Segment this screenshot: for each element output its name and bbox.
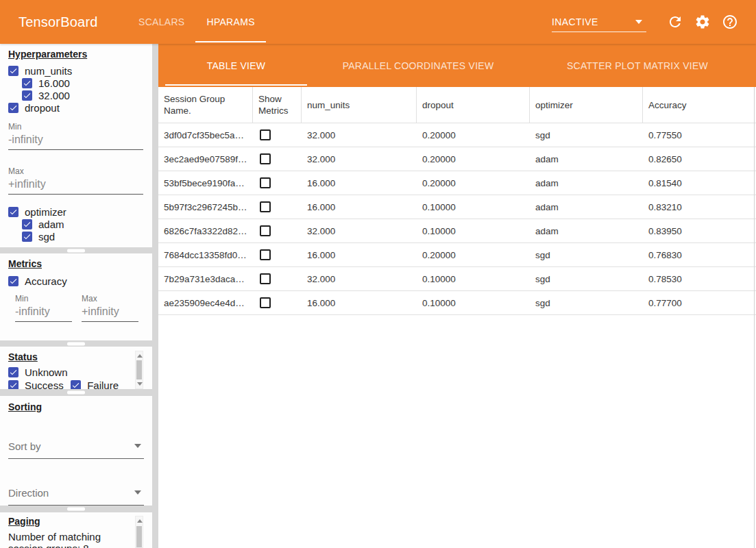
accuracy-max-input[interactable] bbox=[82, 303, 138, 322]
column-header-optimizer[interactable]: optimizer bbox=[530, 87, 643, 123]
accuracy-cell: 0.82650 bbox=[643, 147, 756, 171]
reload-status-dropdown[interactable]: INACTIVE bbox=[552, 12, 646, 32]
optimizer-cell: adam bbox=[530, 219, 643, 242]
column-header-num-units[interactable]: num_units bbox=[302, 87, 417, 123]
chevron-down-icon bbox=[134, 444, 141, 448]
show-metrics-checkbox[interactable] bbox=[260, 177, 271, 188]
show-metrics-checkbox[interactable] bbox=[260, 249, 271, 260]
dropout-cell: 0.20000 bbox=[417, 171, 530, 195]
show-metrics-checkbox[interactable] bbox=[260, 129, 271, 140]
checked-checkbox-icon[interactable] bbox=[8, 276, 19, 286]
tab-scalars[interactable]: SCALARS bbox=[127, 0, 195, 44]
checked-checkbox-icon[interactable] bbox=[8, 380, 19, 389]
dropout-cell: 0.20000 bbox=[417, 123, 530, 147]
show-metrics-checkbox[interactable] bbox=[260, 273, 271, 284]
checked-checkbox-icon[interactable] bbox=[8, 66, 19, 76]
dropout-cell: 0.20000 bbox=[417, 243, 530, 266]
min-label: Min bbox=[8, 122, 144, 132]
show-metrics-checkbox[interactable] bbox=[260, 153, 271, 164]
resize-handle[interactable] bbox=[67, 342, 85, 345]
accuracy-max-field: Max bbox=[82, 294, 138, 322]
column-header-accuracy[interactable]: Accuracy bbox=[643, 87, 756, 123]
session-group-name-cell: 3ec2aed9e07589f… bbox=[158, 147, 253, 171]
show-metrics-checkbox[interactable] bbox=[260, 297, 271, 308]
checked-checkbox-icon[interactable] bbox=[22, 232, 32, 242]
filter-optimizer[interactable]: optimizer bbox=[8, 206, 144, 218]
accuracy-cell: 0.83950 bbox=[643, 219, 756, 242]
table-body: 3df0d7cf35bec5a… 32.000 0.20000 sgd 0.77… bbox=[158, 123, 756, 315]
accuracy-min-input[interactable] bbox=[15, 303, 72, 322]
resize-handle[interactable] bbox=[67, 391, 85, 395]
column-header-show-metrics[interactable]: Show Metrics bbox=[253, 87, 302, 123]
num-units-cell: 16.000 bbox=[302, 291, 417, 314]
checked-checkbox-icon[interactable] bbox=[22, 219, 32, 229]
optimizer-cell: sgd bbox=[530, 291, 643, 314]
checked-checkbox-icon[interactable] bbox=[22, 90, 32, 101]
num-units-cell: 16.000 bbox=[302, 243, 417, 266]
help-button[interactable] bbox=[722, 14, 738, 30]
status-option-success[interactable]: Success bbox=[8, 379, 64, 390]
filter-label: adam bbox=[38, 219, 64, 230]
dropout-cell: 0.10000 bbox=[417, 219, 530, 242]
dropout-min-input[interactable] bbox=[8, 132, 143, 150]
sorting-heading: Sorting bbox=[8, 401, 144, 412]
column-header-session-group-name[interactable]: Session Group Name. bbox=[158, 87, 253, 123]
filter-label: Success bbox=[25, 379, 64, 389]
scroll-down-icon[interactable] bbox=[137, 382, 143, 386]
scrollbar-thumb[interactable] bbox=[136, 360, 142, 379]
session-group-name-cell: ae235909ec4e4d… bbox=[158, 291, 253, 314]
filter-label: optimizer bbox=[25, 206, 66, 218]
filter-label: Unknown bbox=[25, 366, 68, 378]
num-units-cell: 32.000 bbox=[302, 123, 417, 147]
accuracy-cell: 0.83210 bbox=[643, 195, 756, 219]
show-metrics-checkbox[interactable] bbox=[260, 201, 271, 212]
column-header-dropout[interactable]: dropout bbox=[417, 87, 530, 123]
settings-button[interactable] bbox=[694, 14, 711, 30]
filter-num-units[interactable]: num_units bbox=[8, 64, 144, 77]
filter-optimizer-adam[interactable]: adam bbox=[8, 218, 144, 230]
resize-handle[interactable] bbox=[67, 249, 85, 252]
tab-table-view[interactable]: TABLE VIEW bbox=[165, 44, 307, 87]
paging-panel: Paging Number of matching session groups… bbox=[0, 512, 152, 548]
num-units-cell: 32.000 bbox=[302, 267, 417, 290]
show-metrics-cell bbox=[253, 147, 302, 171]
table-row: 3df0d7cf35bec5a… 32.000 0.20000 sgd 0.77… bbox=[158, 123, 756, 147]
status-option-unknown[interactable]: Unknown bbox=[8, 366, 68, 378]
chevron-down-icon bbox=[134, 490, 141, 495]
scroll-up-icon[interactable] bbox=[137, 519, 143, 523]
checked-checkbox-icon[interactable] bbox=[8, 207, 19, 217]
scrollbar-thumb[interactable] bbox=[136, 526, 142, 547]
filter-num-units-32[interactable]: 32.000 bbox=[8, 89, 144, 101]
filter-dropout[interactable]: dropout bbox=[8, 101, 144, 114]
paging-scrollbar[interactable] bbox=[135, 516, 143, 548]
checked-checkbox-icon[interactable] bbox=[8, 103, 19, 113]
session-group-name-cell: 3df0d7cf35bec5a… bbox=[158, 123, 253, 147]
metrics-panel: Metrics Accuracy Min Max bbox=[0, 253, 152, 340]
chevron-down-icon bbox=[635, 20, 642, 24]
optimizer-cell: adam bbox=[530, 171, 643, 195]
tab-scatter-plot-matrix-view[interactable]: SCATTER PLOT MATRIX VIEW bbox=[529, 44, 746, 87]
checkmark-icon bbox=[23, 91, 32, 100]
show-metrics-checkbox[interactable] bbox=[260, 225, 271, 236]
refresh-button[interactable] bbox=[667, 14, 683, 30]
sort-by-select[interactable]: Sort by bbox=[8, 437, 144, 459]
status-option-failure[interactable]: Failure bbox=[71, 379, 119, 390]
direction-select[interactable]: Direction bbox=[8, 484, 144, 506]
checked-checkbox-icon[interactable] bbox=[22, 78, 32, 88]
tab-hparams[interactable]: HPARAMS bbox=[195, 0, 265, 44]
optimizer-cell: adam bbox=[530, 147, 643, 171]
dashboard-tabs: SCALARS HPARAMS bbox=[127, 0, 266, 44]
tab-parallel-coordinates-view[interactable]: PARALLEL COORDINATES VIEW bbox=[307, 44, 529, 87]
scroll-up-icon[interactable] bbox=[137, 354, 143, 358]
dropout-max-field: Max bbox=[8, 166, 144, 195]
filter-num-units-16[interactable]: 16.000 bbox=[8, 77, 144, 89]
checked-checkbox-icon[interactable] bbox=[8, 367, 19, 377]
filter-optimizer-sgd[interactable]: sgd bbox=[8, 230, 144, 242]
resize-handle[interactable] bbox=[67, 508, 85, 511]
accuracy-cell: 0.77700 bbox=[643, 291, 756, 314]
checked-checkbox-icon[interactable] bbox=[71, 380, 81, 389]
filter-accuracy[interactable]: Accuracy bbox=[8, 275, 144, 287]
status-scrollbar[interactable] bbox=[135, 351, 143, 389]
checkmark-icon bbox=[9, 208, 18, 216]
dropout-max-input[interactable] bbox=[8, 176, 143, 195]
